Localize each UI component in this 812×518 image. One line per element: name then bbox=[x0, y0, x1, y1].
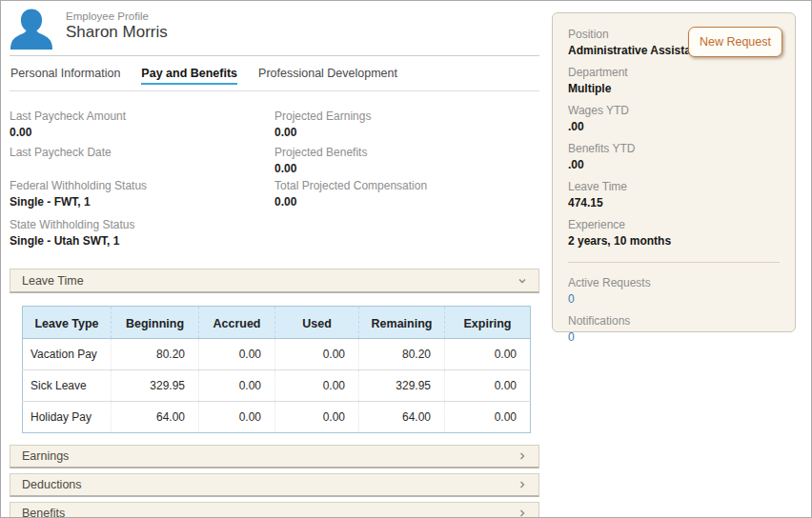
accordion-label: Benefits bbox=[22, 507, 65, 518]
employee-avatar-icon bbox=[10, 8, 53, 50]
profile-header-text: Employee Profile Sharon Morris bbox=[66, 8, 168, 50]
employee-profile-page: { "header": { "eyebrow": "Employee Profi… bbox=[0, 0, 812, 518]
table-cell: 64.00 bbox=[112, 402, 199, 433]
leave-table: Leave TypeBeginningAccruedUsedRemainingE… bbox=[22, 306, 531, 433]
table-row-holiday-pay: Holiday Pay64.000.000.0064.000.00 bbox=[23, 402, 531, 433]
field-label: Federal Withholding Status bbox=[10, 179, 274, 192]
summary-fields: PositionAdministrative AssistantDepartme… bbox=[568, 28, 780, 248]
field-value: 0.00 bbox=[10, 126, 274, 139]
field-label: Experience bbox=[568, 218, 780, 231]
field-label: Wages YTD bbox=[568, 104, 780, 117]
field-value: Single - FWT, 1 bbox=[10, 195, 274, 209]
tabs: Personal InformationPay and BenefitsProf… bbox=[10, 56, 539, 90]
field-value: 474.15 bbox=[568, 196, 780, 209]
accordion-label: Deductions bbox=[22, 478, 82, 491]
field-value: 0.00 bbox=[274, 126, 539, 139]
table-cell: 0.00 bbox=[199, 370, 275, 402]
field-value: .00 bbox=[568, 120, 780, 133]
leave-table-wrap: Leave TypeBeginningAccruedUsedRemainingE… bbox=[22, 306, 539, 433]
table-cell: 80.20 bbox=[359, 339, 445, 370]
table-row-sick-leave: Sick Leave329.950.000.00329.950.00 bbox=[23, 370, 531, 402]
column-header-leave-type: Leave Type bbox=[23, 307, 112, 339]
summary-panel: New Request PositionAdministrative Assis… bbox=[552, 12, 796, 332]
profile-header: Employee Profile Sharon Morris bbox=[10, 1, 539, 50]
table-cell: 80.20 bbox=[112, 339, 199, 370]
table-cell: Vacation Pay bbox=[23, 339, 112, 370]
tab-professional-development[interactable]: Professional Development bbox=[258, 67, 397, 83]
field-label: Notifications bbox=[568, 314, 780, 328]
field-notifications: Notifications0 bbox=[568, 314, 780, 344]
column-header-remaining: Remaining bbox=[359, 307, 445, 339]
field-label: Projected Benefits bbox=[274, 146, 539, 159]
field-label: Benefits YTD bbox=[568, 142, 780, 155]
table-cell: 329.95 bbox=[112, 370, 199, 402]
table-cell: 0.00 bbox=[445, 402, 531, 433]
field-value: 0 bbox=[568, 330, 780, 344]
field-leave-time: Leave Time474.15 bbox=[568, 180, 780, 209]
leave-table-body: Vacation Pay80.200.000.0080.200.00Sick L… bbox=[23, 339, 531, 433]
accordion-label: Earnings bbox=[22, 449, 69, 463]
accordion-benefits[interactable]: Benefits bbox=[10, 502, 539, 518]
table-cell: 0.00 bbox=[275, 370, 359, 402]
fields-grid: Last Paycheck Amount0.00Last Paycheck Da… bbox=[10, 91, 539, 256]
column-header-beginning: Beginning bbox=[112, 307, 199, 339]
table-cell: 0.00 bbox=[275, 402, 359, 433]
employee-name: Sharon Morris bbox=[66, 23, 168, 42]
field-projected-earnings: Projected Earnings0.00 bbox=[274, 110, 539, 146]
field-last-paycheck-date: Last Paycheck Date bbox=[10, 146, 274, 179]
chevron-right-icon bbox=[518, 480, 527, 489]
main-content: Employee Profile Sharon Morris Personal … bbox=[10, 1, 539, 518]
table-cell: 0.00 bbox=[445, 339, 531, 370]
field-value: Single - Utah SWT, 1 bbox=[10, 234, 274, 248]
field-active-requests: Active Requests0 bbox=[568, 276, 780, 306]
field-value: .00 bbox=[568, 158, 780, 171]
field-benefits-ytd: Benefits YTD.00 bbox=[568, 142, 780, 171]
field-department: DepartmentMultiple bbox=[568, 66, 780, 95]
field-label: Projected Earnings bbox=[274, 110, 539, 123]
leave-table-header: Leave TypeBeginningAccruedUsedRemainingE… bbox=[23, 307, 531, 339]
field-label: Last Paycheck Amount bbox=[10, 110, 274, 123]
field-label: Active Requests bbox=[568, 276, 780, 289]
table-row-vacation-pay: Vacation Pay80.200.000.0080.200.00 bbox=[23, 339, 531, 370]
field-value: 0.00 bbox=[274, 195, 539, 209]
field-label: State Withholding Status bbox=[10, 218, 274, 231]
table-cell: 0.00 bbox=[199, 402, 275, 433]
field-total-projected-compensation: Total Projected Compensation0.00 bbox=[274, 179, 539, 218]
field-value: 0.00 bbox=[274, 162, 539, 175]
accordion-earnings[interactable]: Earnings bbox=[10, 445, 539, 468]
accordion-deductions[interactable]: Deductions bbox=[10, 473, 539, 497]
field-experience: Experience2 years, 10 months bbox=[568, 218, 780, 248]
accordion-leave-time-label: Leave Time bbox=[22, 274, 84, 288]
column-header-accrued: Accrued bbox=[199, 307, 275, 339]
summary-divider bbox=[568, 262, 780, 263]
tab-pay-and-benefits[interactable]: Pay and Benefits bbox=[141, 67, 237, 85]
collapsed-accordions: EarningsDeductionsBenefits bbox=[10, 445, 539, 518]
field-label: Last Paycheck Date bbox=[10, 146, 274, 159]
field-label: Department bbox=[568, 66, 780, 79]
field-wages-ytd: Wages YTD.00 bbox=[568, 104, 780, 133]
table-cell: Holiday Pay bbox=[23, 402, 112, 433]
chevron-right-icon bbox=[518, 508, 527, 518]
new-request-button[interactable]: New Request bbox=[688, 27, 782, 57]
table-cell: 0.00 bbox=[445, 370, 531, 402]
field-value: Multiple bbox=[568, 82, 780, 95]
table-cell: Sick Leave bbox=[23, 370, 112, 402]
column-header-used: Used bbox=[275, 307, 359, 339]
column-header-expiring: Expiring bbox=[445, 307, 531, 339]
page-title: Employee Profile bbox=[66, 10, 168, 22]
tab-personal-information[interactable]: Personal Information bbox=[10, 67, 120, 83]
field-label: Leave Time bbox=[568, 180, 780, 193]
accordion-leave-time[interactable]: Leave Time bbox=[10, 269, 539, 293]
table-cell: 64.00 bbox=[359, 402, 445, 433]
table-cell: 0.00 bbox=[275, 339, 359, 370]
field-federal-withholding-status: Federal Withholding StatusSingle - FWT, … bbox=[10, 179, 274, 218]
field-value: 0 bbox=[568, 292, 780, 306]
table-cell: 0.00 bbox=[199, 339, 275, 370]
chevron-down-icon bbox=[518, 276, 527, 286]
field-state-withholding-status: State Withholding StatusSingle - Utah SW… bbox=[10, 218, 274, 256]
field-value bbox=[10, 162, 274, 175]
chevron-right-icon bbox=[518, 451, 527, 461]
summary-links: Active Requests0Notifications0 bbox=[568, 276, 780, 344]
field-last-paycheck-amount: Last Paycheck Amount0.00 bbox=[10, 110, 274, 146]
field-value: 2 years, 10 months bbox=[568, 234, 780, 248]
